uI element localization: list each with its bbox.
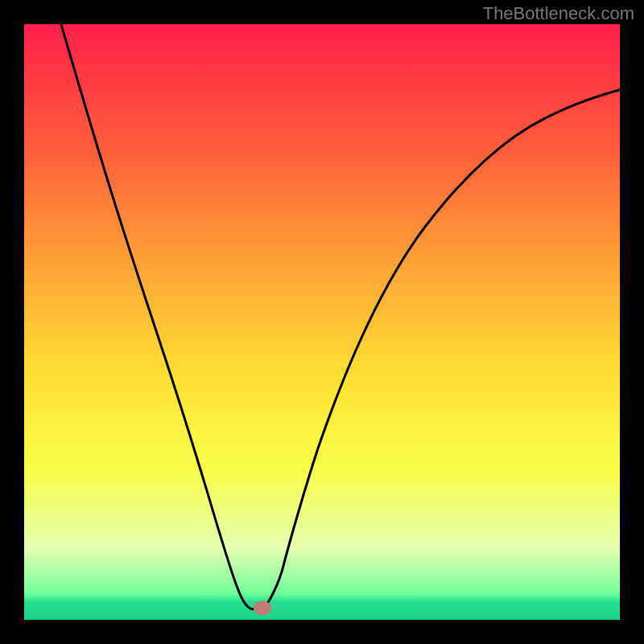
chart-plot-area xyxy=(24,24,620,620)
chart-outer-frame xyxy=(0,0,644,644)
watermark-text: TheBottleneck.com xyxy=(483,3,634,24)
chart-background xyxy=(24,24,620,620)
chart-marker xyxy=(254,601,271,615)
chart-svg xyxy=(24,24,620,620)
